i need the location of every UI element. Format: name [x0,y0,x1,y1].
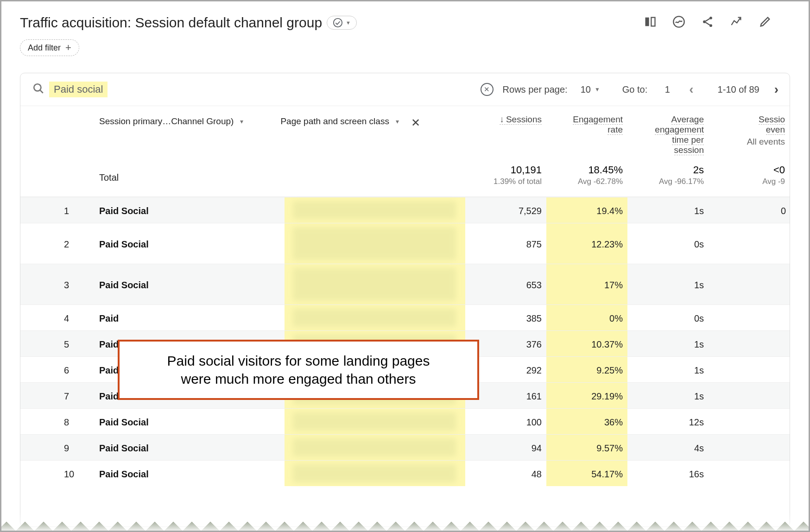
column-engagement-rate[interactable]: Engagementrate [546,106,627,157]
row-index: 5 [20,331,99,356]
row-index: 6 [20,357,99,382]
total-avgtime-sub: Avg -96.17% [627,177,704,186]
rows-per-page-label: Rows per page: [503,84,568,95]
total-engagement: 18.45% [546,164,623,176]
row-engagement-rate: 17% [546,264,627,304]
row-index: 8 [20,409,99,434]
total-sessions: 10,191 [465,164,542,176]
row-engagement-rate: 19.4% [546,197,627,223]
row-sessions: 94 [465,435,546,460]
column-avg-engagement-time[interactable]: Averageengagementtime persession [627,106,709,157]
total-events-sub: Avg -9 [709,177,785,186]
trend-icon[interactable] [730,15,743,30]
rows-per-page-select[interactable]: 10 ▼ [581,84,600,95]
row-events [709,409,790,434]
row-events [709,383,790,408]
row-channel: Paid Social [99,435,285,460]
row-index: 4 [20,305,99,330]
row-sessions: 48 [465,461,546,486]
row-sessions: 875 [465,223,546,264]
row-channel: Paid Social [99,223,285,264]
prev-page-button[interactable]: ‹ [687,82,695,97]
secondary-dimension-select[interactable]: Page path and screen class [280,116,399,127]
edit-icon[interactable] [759,15,772,30]
row-avg-time: 1s [627,331,709,356]
totals-row: Total 10,1911.39% of total 18.45%Avg -62… [20,158,790,197]
annotation-callout: Paid social visitors for some landing pa… [118,340,479,400]
torn-edge-decoration [1,512,809,531]
row-page-path [285,305,465,330]
total-avgtime: 2s [627,164,704,176]
insights-icon[interactable] [672,15,685,30]
row-channel: Paid Social [99,409,285,434]
events-h2: even [766,125,785,135]
row-index: 10 [20,461,99,486]
chevron-down-icon: ▼ [346,20,351,25]
avgtime-h2: engagement [655,125,704,135]
svg-line-7 [705,19,709,21]
sessions-header: Sessions [500,114,542,125]
row-page-path [285,264,465,304]
events-h1: Sessio [759,114,785,125]
row-events [709,357,790,382]
column-sessions[interactable]: Sessions [465,106,546,157]
remove-secondary-dimension-button[interactable]: ✕ [411,116,420,129]
row-avg-time: 1s [627,357,709,382]
table-row[interactable]: 2Paid Social87512.23%0s [20,223,790,264]
share-icon[interactable] [701,15,714,30]
row-sessions: 385 [465,305,546,330]
add-filter-button[interactable]: Add filter + [20,39,79,56]
table-row[interactable]: 8Paid Social10036%12s [20,408,790,434]
row-avg-time: 0s [627,223,709,264]
row-engagement-rate: 29.19% [546,383,627,408]
row-avg-time: 1s [627,383,709,408]
avgtime-h4: session [674,145,704,155]
row-engagement-rate: 9.25% [546,357,627,382]
clear-search-icon[interactable]: ✕ [481,83,494,96]
goto-label: Go to: [622,84,647,95]
svg-line-10 [40,90,43,93]
row-sessions: 7,529 [465,197,546,223]
avgtime-h3: time per [672,135,704,145]
data-card: Paid social ✕ Rows per page: 10 ▼ Go to:… [20,73,790,527]
row-index: 1 [20,197,99,223]
table-row[interactable]: 3Paid Social65317%1s [20,264,790,304]
row-page-path [285,223,465,264]
table-row[interactable]: 4Paid3850%0s [20,304,790,330]
total-engagement-sub: Avg -62.78% [546,177,623,186]
row-index: 3 [20,264,99,304]
compare-icon[interactable] [644,15,657,30]
checkmark-circle-icon [333,18,343,28]
next-page-button[interactable]: › [772,82,780,97]
row-channel: Paid Social [99,264,285,304]
table-row[interactable]: 9Paid Social949.57%4s [20,434,790,460]
row-page-path [285,197,465,223]
total-events: <0 [709,164,785,176]
row-channel: Paid Social [99,197,285,223]
row-avg-time: 16s [627,461,709,486]
totals-label: Total [99,172,119,183]
row-index: 2 [20,223,99,264]
title-status-pill[interactable]: ▼ [327,16,357,30]
table-row[interactable]: 10Paid Social4854.17%16s [20,460,790,486]
row-engagement-rate: 9.57% [546,435,627,460]
callout-line1: Paid social visitors for some landing pa… [167,353,430,368]
engagement-header: Engagement [573,114,623,125]
svg-rect-1 [645,18,649,26]
column-session-events[interactable]: SessioevenAll events [709,106,790,157]
rows-per-page-value: 10 [581,84,591,95]
row-channel: Paid [99,305,285,330]
page-title: Traffic acquisition: Session default cha… [20,15,322,31]
goto-input[interactable]: 1 [660,84,674,95]
row-engagement-rate: 10.37% [546,331,627,356]
row-avg-time: 12s [627,409,709,434]
table-row[interactable]: 1Paid Social7,52919.4%1s0 [20,197,790,223]
row-events [709,264,790,304]
total-sessions-sub: 1.39% of total [465,177,542,186]
search-icon [32,82,44,96]
row-avg-time: 1s [627,264,709,304]
search-input[interactable]: Paid social [49,82,108,97]
pagination-range: 1-10 of 89 [718,84,759,95]
primary-dimension-select[interactable]: Session primary…Channel Group) [99,116,243,127]
search-query-text: Paid social [54,83,103,95]
